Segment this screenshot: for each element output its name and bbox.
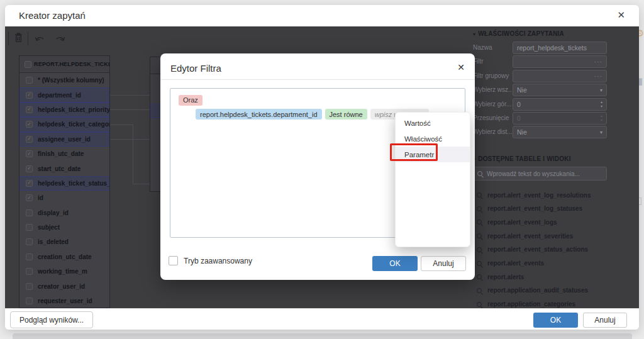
column-checkbox[interactable] bbox=[26, 297, 33, 304]
column-row[interactable]: ✓helpdesk_ticket_category_id bbox=[19, 117, 109, 131]
table-list-item[interactable]: report.alert_events bbox=[473, 257, 544, 270]
property-text-field[interactable]: report_helpdesk_tickets bbox=[513, 42, 607, 54]
redo-icon[interactable] bbox=[55, 35, 65, 43]
column-checkbox[interactable]: ✓ bbox=[26, 92, 33, 99]
search-placeholder: Wprowadź tekst do wyszukania... bbox=[487, 170, 580, 177]
column-row[interactable]: creation_utc_date bbox=[19, 250, 109, 264]
property-select-field[interactable]: Nie▾ bbox=[513, 84, 607, 96]
close-icon[interactable]: ✕ bbox=[457, 62, 465, 72]
column-label: assignee_user_id bbox=[38, 136, 91, 143]
advanced-mode-checkbox[interactable] bbox=[169, 256, 178, 265]
column-row[interactable]: ✓helpdesk_ticket_priority_id bbox=[19, 103, 109, 117]
table-title: REPORT.HELPDESK_TICKETS bbox=[34, 61, 109, 67]
column-row[interactable]: ✓finish_utc_date bbox=[19, 147, 109, 161]
cancel-button[interactable]: Anuluj bbox=[583, 313, 627, 328]
query-builder-dialog: Kreator zapytań ✕ bbox=[5, 5, 639, 330]
table-name: report.alerts bbox=[487, 274, 524, 281]
table-list-item[interactable]: report.alert_event_severities bbox=[473, 230, 573, 242]
column-checkbox[interactable] bbox=[26, 77, 33, 84]
table-checkbox[interactable] bbox=[25, 61, 31, 68]
property-value: Nie bbox=[517, 128, 600, 136]
property-label: Wybierz dist... bbox=[473, 126, 512, 138]
table-list-item[interactable]: report.alerts bbox=[473, 270, 524, 283]
tables-section-header[interactable]: ▾DOSTĘPNE TABELE I WIDOKI bbox=[473, 155, 571, 162]
group-operator-chip[interactable]: Oraz bbox=[179, 95, 203, 106]
background-page-strip bbox=[13, 333, 632, 339]
column-checkbox[interactable] bbox=[26, 224, 33, 231]
table-header[interactable]: REPORT.HELPDESK_TICKETS bbox=[19, 56, 109, 73]
column-checkbox[interactable]: ✓ bbox=[26, 165, 33, 172]
search-icon bbox=[477, 233, 482, 238]
column-row[interactable]: subject bbox=[19, 220, 109, 235]
column-row[interactable]: ✓start_utc_date bbox=[19, 161, 109, 175]
column-checkbox[interactable]: ✓ bbox=[26, 180, 33, 187]
column-checkbox[interactable] bbox=[26, 209, 33, 216]
chevron-down-icon[interactable]: ▾ bbox=[600, 87, 602, 93]
table-list-item[interactable]: report.application_categories bbox=[473, 298, 575, 308]
menu-item-warto[interactable]: Wartość bbox=[396, 115, 470, 131]
preview-results-button[interactable]: Podgląd wyników... bbox=[10, 311, 93, 328]
column-checkbox[interactable]: ✓ bbox=[26, 194, 33, 201]
table-list-item[interactable]: report.alert_event_status_actions bbox=[473, 243, 588, 256]
column-checkbox[interactable] bbox=[26, 283, 33, 290]
dialog-title: Kreator zapytań bbox=[19, 10, 86, 21]
column-checkbox[interactable] bbox=[26, 253, 33, 260]
toolbar-separator bbox=[8, 31, 9, 45]
column-row[interactable]: creator_user_id bbox=[19, 279, 109, 293]
property-value: 0 bbox=[517, 114, 601, 122]
table-list-item[interactable]: report.alert_event_logs bbox=[473, 216, 557, 228]
trash-icon[interactable] bbox=[14, 33, 23, 43]
property-ellipsis-field[interactable]: ··· bbox=[513, 70, 607, 82]
column-row[interactable]: is_deleted bbox=[19, 235, 109, 249]
modal-cancel-button[interactable]: Anuluj bbox=[421, 256, 466, 271]
column-checkbox[interactable] bbox=[26, 238, 33, 245]
properties-section-header[interactable]: ▾WŁAŚCIWOŚCI ZAPYTANIA bbox=[473, 30, 564, 37]
ellipsis-button[interactable]: ··· bbox=[594, 58, 603, 65]
column-row[interactable]: display_id bbox=[19, 206, 109, 220]
column-row[interactable]: * (Wszystkie kolumny) bbox=[19, 73, 109, 87]
column-label: creation_utc_date bbox=[38, 253, 92, 260]
table-list-item[interactable]: report.alert_event_log_resolutions bbox=[473, 189, 591, 201]
column-checkbox[interactable] bbox=[26, 268, 33, 275]
spinner-arrows[interactable]: ▴▾ bbox=[601, 100, 602, 108]
column-row[interactable]: ✓id bbox=[19, 191, 109, 205]
column-row[interactable]: requester_user_id bbox=[19, 294, 109, 308]
close-icon[interactable]: ✕ bbox=[617, 9, 625, 21]
property-label: Wybierz gór... bbox=[473, 98, 512, 111]
search-icon bbox=[477, 247, 482, 252]
column-row[interactable]: ✓assignee_user_id bbox=[19, 132, 109, 147]
chevron-down-icon[interactable]: ▾ bbox=[600, 130, 602, 135]
column-label: working_time_m bbox=[38, 268, 87, 275]
dialog-footer: Podgląd wyników... OK Anuluj bbox=[5, 308, 639, 330]
property-label: Filtr bbox=[473, 55, 512, 68]
property-select-field[interactable]: Nie▾ bbox=[513, 126, 607, 138]
modal-ok-button[interactable]: OK bbox=[372, 256, 418, 271]
column-checkbox[interactable]: ✓ bbox=[26, 121, 33, 128]
search-icon bbox=[477, 288, 482, 293]
left-table-rows: * (Wszystkie kolumny)✓department_id✓help… bbox=[19, 73, 109, 308]
ok-button[interactable]: OK bbox=[533, 313, 578, 328]
undo-icon[interactable] bbox=[35, 35, 45, 43]
column-label: * (Wszystkie kolumny) bbox=[38, 77, 104, 84]
property-number-field: 0▴▾ bbox=[513, 112, 607, 125]
column-row[interactable]: ✓helpdesk_ticket_status_id bbox=[19, 176, 109, 191]
table-node-helpdesk-tickets[interactable]: REPORT.HELPDESK_TICKETS * (Wszystkie kol… bbox=[19, 55, 110, 308]
column-row[interactable]: ✓department_id bbox=[19, 87, 109, 102]
property-number-field[interactable]: 0▴▾ bbox=[513, 98, 607, 111]
field-chip[interactable]: report.helpdesk_tickets.department_id bbox=[196, 109, 322, 119]
dialog-titlebar: Kreator zapytań ✕ bbox=[5, 5, 639, 26]
column-row[interactable]: working_time_m bbox=[19, 264, 109, 279]
tables-search-input[interactable]: Wprowadź tekst do wyszukania... bbox=[473, 167, 607, 181]
operator-chip[interactable]: Jest równe bbox=[325, 109, 367, 119]
column-checkbox[interactable]: ✓ bbox=[26, 136, 33, 143]
ellipsis-button[interactable]: ··· bbox=[594, 72, 603, 80]
search-icon bbox=[477, 261, 482, 266]
search-icon bbox=[477, 206, 482, 211]
column-checkbox[interactable]: ✓ bbox=[26, 150, 33, 157]
spinner-arrows: ▴▾ bbox=[601, 114, 602, 122]
column-checkbox[interactable]: ✓ bbox=[26, 106, 33, 113]
column-label: helpdesk_ticket_status_id bbox=[38, 180, 109, 187]
table-list-item[interactable]: report.application_audit_statuses bbox=[473, 284, 588, 297]
property-ellipsis-field[interactable]: ··· bbox=[513, 55, 607, 68]
table-list-item[interactable]: report.alert_event_log_statuses bbox=[473, 203, 582, 215]
